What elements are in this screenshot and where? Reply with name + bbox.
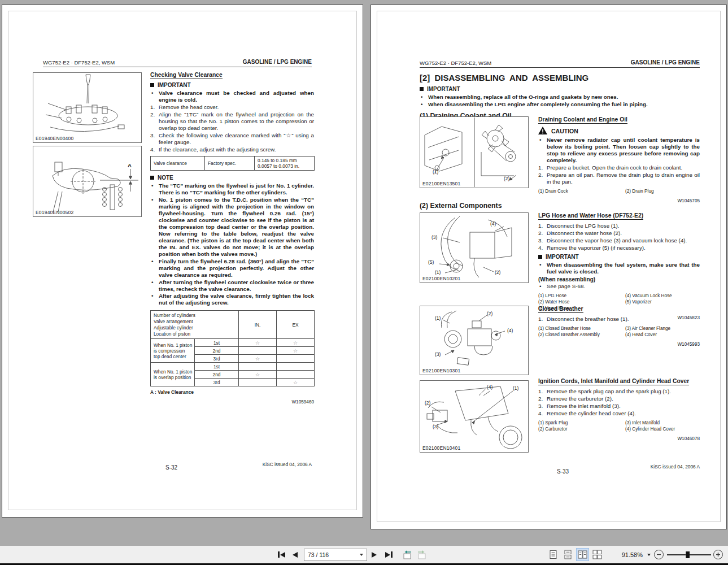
note-row: NOTE (150, 175, 314, 181)
callout-label: (1) (433, 169, 438, 175)
important-row: IMPORTANT (150, 82, 314, 88)
note-bullet: After adjusting the valve clearance, fir… (150, 293, 314, 306)
zoom-slider-handle[interactable] (686, 551, 690, 558)
parts-legend: (1) Closed Breather Hose(3) Air Cleaner … (538, 326, 700, 337)
zoom-slider[interactable] (667, 550, 711, 559)
note-bullet: The “TC” marking on the flywheel is just… (150, 182, 314, 196)
section-heading: LPG Hose and Water Hose (DF752-E2) (538, 212, 700, 219)
spec-item-cell: Valve clearance (151, 157, 205, 171)
previous-page-button[interactable] (293, 546, 298, 563)
caution-triangle-icon (538, 127, 547, 134)
callout-label: (4) (507, 328, 513, 333)
step-item: 3.Check the following valve clearance ma… (150, 132, 314, 146)
spec-value-cell: 0.145 to 0.185 mm 0.0057 to 0.0073 in. (255, 157, 315, 171)
subsection-title: (2) External Components (420, 202, 589, 210)
draining-section: Draining Coolant and Engine Oil CAUTION … (538, 116, 700, 203)
step-item: 4.If the clearance, adjust with the adju… (150, 146, 314, 153)
note-bullet: Finally turn the flywheel 6.28 rad. (360… (150, 258, 314, 279)
callout-label: (5) (428, 259, 434, 265)
step-item: 1.Disconnect the LPG hose (1). (538, 223, 700, 229)
page-number-input[interactable]: 73 / 116 (304, 549, 367, 561)
callout-label: (1) (435, 270, 441, 275)
square-bullet-icon (420, 87, 424, 91)
two-page-continuous-icon (592, 550, 602, 559)
single-page-view-button[interactable] (547, 548, 560, 561)
table-footnote: A : Valve Clearance (150, 389, 314, 395)
caution-row: CAUTION (538, 127, 700, 134)
step-item: 4.Remove the vaporizer (5) (if necessary… (538, 245, 700, 251)
square-bullet-icon (538, 255, 542, 259)
external-components-title-block: (2) External Components (420, 202, 589, 210)
issue-note: KiSC issued 04, 2006 A (233, 462, 312, 467)
step-item: 3.Remove the inlet manifold (3). (538, 403, 700, 410)
callout-label: (1) (435, 315, 441, 321)
dimension-label-a: A (128, 162, 132, 168)
header-rule (420, 67, 700, 68)
table-row: When No. 1 piston is compression top dea… (151, 339, 315, 347)
table-row: When No. 1 piston is overlap position 1s… (151, 363, 315, 371)
single-page-icon (548, 550, 558, 559)
zoom-in-button[interactable] (713, 550, 723, 559)
issue-note: KiSC issued 04, 2006 A (621, 464, 700, 470)
first-page-icon (278, 551, 280, 558)
zoom-dropdown-caret-icon[interactable] (647, 554, 651, 556)
parts-legend: (1) Drain Cock(2) Drain Plug (538, 189, 700, 194)
continuous-pages-icon (563, 550, 573, 559)
callout-label: (1) (513, 385, 518, 391)
last-page-button[interactable] (385, 546, 393, 563)
next-page-icon (372, 552, 377, 558)
callout-label: (3) (435, 351, 441, 357)
section-heading: Ignition Cords, Inlet Manifold and Cylin… (538, 378, 700, 384)
table-header-cell: Number of cylinders Valve arrangement Ad… (151, 311, 239, 339)
page-dropdown-caret-icon[interactable] (360, 554, 363, 556)
ignition-cords-section: Ignition Cords, Inlet Manifold and Cylin… (538, 378, 700, 441)
page-number: S-33 (557, 468, 569, 475)
first-page-button[interactable] (278, 546, 285, 563)
parts-legend: (1) Spark Plug(3) Inlet Manifold (2) Car… (538, 420, 700, 432)
step-item: 3.Disconnect the vapor hose (3) and vacu… (538, 237, 700, 244)
pdf-viewer: WG752-E2 · DF752-E2, WSM GASOLINE / LPG … (0, 0, 728, 565)
figure-draining-coolant: (1) (2) E02100EN13501 (420, 116, 529, 188)
zoom-out-button[interactable] (654, 550, 664, 559)
callout-label: (4) (487, 384, 492, 390)
previous-view-icon (401, 550, 413, 560)
zoom-level-value[interactable]: 91.58% (610, 546, 643, 563)
important-label: IMPORTANT (427, 86, 460, 92)
caution-bullet: Never remove radiator cap until coolant … (538, 137, 700, 164)
last-page-icon (391, 551, 393, 558)
two-page-icon (578, 550, 587, 559)
valve-clearance-spec-table: Valve clearance Factory spec. 0.145 to 0… (150, 156, 315, 171)
figure-ignition-cords: (4) (1) (2) (3) E02100EN10401 (420, 380, 529, 453)
important-row: IMPORTANT (538, 254, 700, 260)
page-field-value: 73 / 116 (308, 551, 329, 558)
engine-line-art (420, 381, 528, 452)
figure-id: E02100EN10401 (422, 445, 460, 451)
important-bullet: When disassembling the fuel system, make… (538, 262, 700, 275)
engine-line-art (420, 117, 528, 188)
see-note: See page S-68. (538, 283, 700, 290)
col-header-in: IN. (239, 311, 277, 339)
step-item: 2.Remove the carburetor (2). (538, 395, 700, 402)
square-bullet-icon (150, 83, 154, 87)
note-bullet: After turning the flywheel counter clock… (150, 279, 314, 293)
two-page-continuous-view-button[interactable] (591, 548, 604, 561)
next-view-icon (416, 550, 428, 560)
next-view-button[interactable] (416, 546, 428, 563)
chapter-title: [2] DISASSEMBLING AND ASSEMBLING (420, 73, 702, 82)
engine-line-art (33, 73, 141, 142)
continuous-view-button[interactable] (561, 548, 574, 561)
two-page-view-button[interactable] (576, 548, 589, 561)
header-rule (43, 67, 312, 67)
next-page-button[interactable] (372, 546, 377, 563)
reference-number: W1046078 (538, 436, 700, 441)
square-bullet-icon (150, 176, 154, 180)
important-row: IMPORTANT (420, 86, 702, 92)
step-item: 2.Disconnect the water hose (2). (538, 230, 700, 237)
callout-label: (3) (431, 234, 437, 240)
previous-view-button[interactable] (401, 546, 413, 563)
pdf-page-left: WG752-E2 · DF752-E2, WSM GASOLINE / LPG … (2, 5, 363, 518)
pdf-page-right: WG752-E2 · DF752-E2, WSM GASOLINE / LPG … (370, 5, 727, 529)
callout-label: (2) (425, 400, 430, 406)
header-section: GASOLINE / LPG ENGINE (615, 59, 700, 66)
reassembling-label: (When reassembling) (538, 276, 700, 282)
